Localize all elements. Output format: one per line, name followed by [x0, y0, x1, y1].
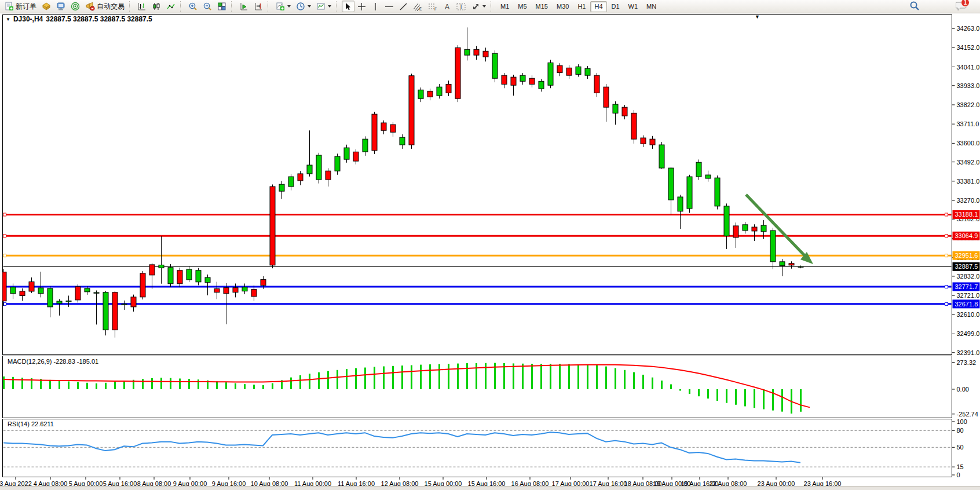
candle — [659, 145, 664, 168]
search-icon[interactable] — [909, 1, 920, 13]
line-anchor-marker[interactable] — [3, 235, 6, 237]
periods-button[interactable] — [294, 1, 313, 12]
candle — [103, 292, 108, 330]
text-label-tool-button[interactable]: T — [454, 1, 469, 12]
candle-chart-mode-button[interactable] — [149, 1, 163, 12]
text-tool-button[interactable]: A — [441, 1, 454, 12]
candle — [752, 227, 757, 231]
candle — [696, 162, 701, 177]
timeframe-button-MN[interactable]: MN — [642, 1, 660, 12]
chevron-down-icon — [308, 5, 311, 8]
candle — [427, 91, 433, 97]
arrows-tool-button[interactable] — [469, 1, 488, 12]
terminal-button[interactable] — [54, 1, 68, 12]
candle — [177, 270, 182, 284]
candle — [520, 75, 525, 81]
horizontal-line-tool-button[interactable] — [382, 1, 396, 12]
candle — [390, 125, 396, 132]
monitor-icon — [56, 2, 65, 11]
line-anchor-marker[interactable] — [945, 235, 948, 237]
zoom-out-button[interactable] — [200, 1, 214, 12]
candle — [224, 288, 229, 294]
candle — [242, 287, 247, 291]
chevron-down-icon — [287, 5, 291, 8]
chart-shift-button[interactable] — [251, 1, 265, 12]
candle — [733, 226, 738, 237]
timeframe-button-M15[interactable]: M15 — [532, 1, 552, 12]
timeframe-button-M30[interactable]: M30 — [553, 1, 573, 12]
tile-windows-button[interactable] — [215, 1, 229, 12]
candle — [112, 292, 118, 330]
zoom-in-button[interactable] — [186, 1, 200, 12]
toolbar: 新订单 自动交易 — [0, 0, 980, 13]
market-watch-button[interactable] — [39, 1, 53, 12]
text-icon: A — [444, 2, 451, 11]
candle — [344, 148, 349, 159]
candle — [57, 301, 62, 303]
macd-tick-label: -252.74 — [957, 411, 978, 418]
candle — [705, 175, 711, 178]
line-chart-mode-button[interactable] — [164, 1, 178, 12]
rsi-tick-label: 15 — [957, 463, 964, 470]
candle — [251, 290, 257, 297]
fibonacci-tool-button[interactable]: F — [426, 1, 440, 12]
notifications-button[interactable]: 1 — [956, 1, 967, 13]
time-axis[interactable]: 3 Aug 20224 Aug 08:005 Aug 00:005 Aug 16… — [0, 477, 841, 487]
toolbar-right-group: 1 — [909, 1, 967, 13]
line-anchor-marker[interactable] — [945, 302, 948, 305]
line-anchor-marker[interactable] — [3, 254, 6, 257]
candle — [770, 231, 776, 262]
candle — [1, 272, 6, 301]
candle — [548, 63, 553, 85]
new-order-button[interactable]: 新订单 — [2, 1, 39, 12]
indicators-button[interactable] — [273, 1, 293, 12]
crosshair-icon — [357, 2, 366, 11]
timeframe-button-W1[interactable]: W1 — [624, 1, 642, 12]
candle — [566, 68, 572, 75]
candle — [465, 49, 470, 55]
vertical-line-tool-button[interactable] — [369, 1, 382, 12]
bar-chart-mode-button[interactable] — [135, 1, 149, 12]
auto-scroll-button[interactable] — [237, 1, 251, 12]
equidistant-channel-icon: E — [413, 2, 423, 11]
timeframe-button-H4[interactable]: H4 — [590, 1, 606, 12]
price-tag-label: 33064.9 — [955, 232, 978, 239]
candle — [298, 174, 303, 181]
candle — [483, 51, 488, 57]
fibonacci-icon: F — [428, 2, 438, 11]
candle — [604, 87, 609, 107]
price-tag-label: 33188.1 — [955, 211, 978, 218]
chart-canvas[interactable]: 34263.034152.034041.033933.033822.033711… — [0, 13, 980, 490]
collapse-triangle-icon[interactable]: ▼ — [6, 17, 10, 22]
cursor-tool-button[interactable] — [342, 1, 354, 12]
svg-text:F: F — [434, 7, 437, 11]
line-anchor-marker[interactable] — [945, 285, 948, 288]
templates-button[interactable] — [314, 1, 334, 12]
trendline-tool-button[interactable] — [397, 1, 410, 12]
bar-chart-icon — [137, 2, 147, 11]
crosshair-tool-button[interactable] — [355, 1, 368, 12]
timeframe-button-M1[interactable]: M1 — [496, 1, 513, 12]
cube-icon — [42, 2, 51, 11]
chart-menu-arrow-icon[interactable]: ▼ — [755, 14, 760, 20]
price-tick-label: 32610.0 — [957, 311, 980, 318]
timeframe-button-H1[interactable]: H1 — [573, 1, 590, 12]
candle — [353, 152, 359, 161]
auto-trading-button[interactable]: 自动交易 — [83, 1, 127, 12]
channel-tool-button[interactable]: E — [411, 1, 425, 12]
timeframe-button-M5[interactable]: M5 — [514, 1, 531, 12]
price-tick-label: 32721.0 — [957, 292, 980, 299]
line-anchor-marker[interactable] — [945, 213, 948, 216]
candle — [631, 113, 637, 139]
price-axis[interactable]: 34263.034152.034041.033933.033822.033711… — [952, 25, 980, 478]
candle — [613, 104, 618, 113]
timeframe-button-D1[interactable]: D1 — [608, 1, 624, 12]
line-anchor-marker[interactable] — [3, 213, 6, 216]
toolbar-separator — [268, 1, 271, 12]
toolbar-separator — [231, 1, 235, 12]
toolbar-separator — [129, 1, 133, 12]
candle — [715, 178, 720, 206]
strategy-tester-button[interactable] — [68, 1, 82, 12]
line-anchor-marker[interactable] — [945, 254, 948, 257]
candle — [66, 301, 71, 301]
